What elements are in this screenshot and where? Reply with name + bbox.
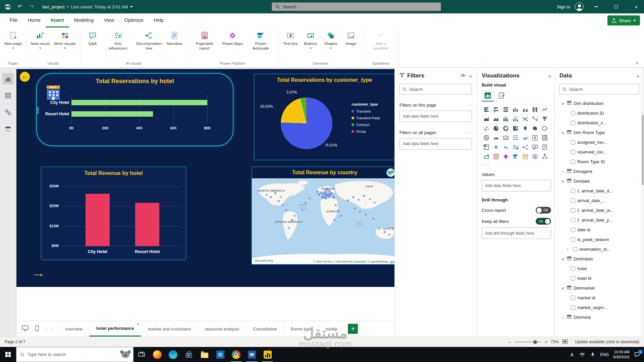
visual-icon-stacked-area[interactable] (491, 114, 501, 123)
new-page-button[interactable]: New page (2, 30, 24, 50)
checkbox[interactable] (571, 160, 575, 164)
visual-icon-line-stacked-column[interactable] (501, 114, 511, 123)
sign-in-link[interactable]: Sign in (557, 4, 570, 9)
page-tab-seasonal-analysis[interactable]: seasonal analysis (198, 321, 246, 337)
field-assigned-roo[interactable]: assigned_roo... (559, 137, 639, 147)
decomposition-tree-button[interactable]: Decomposition tree (133, 30, 164, 51)
visual-icon-map[interactable] (521, 124, 530, 133)
maximize-button[interactable] (608, 0, 624, 13)
visual-icon-pie[interactable] (491, 124, 501, 133)
visual-icon-waterfall[interactable] (530, 114, 540, 123)
page-tab-cancellation[interactable]: Cancellation (246, 321, 284, 337)
visual-icon-donut[interactable] (501, 124, 511, 133)
checkbox[interactable] (571, 218, 575, 222)
key-influencers-button[interactable]: Key influencers (103, 30, 133, 51)
share-button[interactable]: Share (607, 15, 640, 25)
checkbox[interactable] (571, 208, 575, 213)
filters-all-pages-dropzone[interactable]: Add data fields here (399, 138, 472, 149)
field-date-id[interactable]: date id (559, 225, 639, 235)
page-tab-rome-type[interactable]: Rome type (284, 321, 319, 337)
visual-icon-key-influencers[interactable] (511, 142, 520, 152)
store-icon[interactable] (181, 347, 197, 362)
field-arrival-date-w[interactable]: Σarrival_date_w... (559, 205, 639, 215)
prev-tab-icon[interactable]: ‹ (46, 325, 48, 332)
show-hidden-icons[interactable]: ∧ (569, 351, 575, 358)
visual-icon-treemap[interactable] (511, 124, 520, 133)
visual-icon-shape-map[interactable] (540, 124, 549, 133)
legend-item-contract[interactable]: Contract (352, 123, 394, 127)
search-input[interactable] (282, 4, 437, 9)
visual-icon-stacked-bar[interactable] (482, 105, 491, 114)
visual-icon-clustered-column[interactable] (521, 105, 530, 114)
field-distribution-id[interactable]: distribution ID (559, 108, 639, 118)
avatar[interactable] (575, 2, 584, 11)
more-options-icon[interactable]: ··· (467, 103, 472, 108)
visual-icon-gauge[interactable] (491, 133, 501, 142)
undo-icon[interactable]: ↶ (16, 3, 23, 10)
visual-icon-decomposition-tree[interactable] (521, 142, 530, 152)
new-visual-button[interactable]: New visual (29, 30, 52, 50)
data-search-input[interactable] (569, 87, 636, 92)
clock[interactable]: 10:09 AM9/30/2025 (613, 350, 630, 360)
field-hotel-id[interactable]: hotel id (559, 274, 639, 283)
format-tab[interactable] (496, 90, 508, 102)
language-indicator[interactable]: ENG (600, 352, 609, 357)
chrome-icon[interactable] (228, 347, 244, 362)
checkbox[interactable] (571, 121, 575, 125)
dax-view-icon[interactable] (2, 123, 14, 135)
visual-total-revenue-by-hotel[interactable]: Total Revenue by hotel $0M$10M$20M$30MCi… (41, 167, 186, 260)
visual-icon-narrative[interactable] (540, 142, 549, 152)
checkbox[interactable] (571, 189, 575, 193)
column-city-hotel[interactable] (86, 194, 110, 246)
report-canvas[interactable]: ← Total Reservations by hotel HOTEL hote… (16, 69, 409, 287)
save-icon[interactable] (4, 3, 11, 10)
visual-icon-line[interactable] (540, 105, 549, 114)
checkbox[interactable] (571, 237, 575, 242)
word-icon[interactable]: W (244, 347, 260, 362)
visual-icon-ribbon[interactable] (521, 114, 530, 123)
visual-icon-calendar[interactable] (521, 152, 530, 161)
visual-icon-power-apps[interactable] (501, 152, 511, 161)
scrollbar-thumb[interactable] (642, 115, 644, 185)
close-button[interactable]: × (629, 0, 644, 13)
keep-all-filters-toggle[interactable]: On (536, 218, 551, 225)
visual-icon-area[interactable] (482, 114, 491, 123)
project-title[interactable]: last_project • Last saved: Today at 3:01… (42, 4, 133, 9)
visual-icon-python[interactable]: Py (501, 142, 511, 152)
checkbox[interactable] (571, 305, 575, 310)
table-dimagent[interactable]: ›Dimagent (559, 167, 639, 176)
power-apps-button[interactable]: Power Apps (220, 30, 245, 47)
checkbox[interactable] (571, 111, 575, 115)
world-map[interactable]: NORTH AMERICASOUTH AMERICAEUROPEAFRICAAS… (252, 178, 397, 264)
data-search[interactable] (559, 84, 639, 95)
paginated-report-button[interactable]: Paginated report (189, 30, 220, 51)
checkbox[interactable] (573, 247, 577, 251)
pie-chart[interactable] (281, 98, 332, 149)
visual-icon-arcgis[interactable] (530, 152, 540, 161)
action-center-icon[interactable]: 1 (634, 352, 640, 357)
field-is-peak-season[interactable]: Is_peak_season (559, 235, 639, 244)
firefox-icon[interactable] (149, 347, 165, 362)
zoom-slider[interactable] (515, 342, 541, 343)
build-tab[interactable] (482, 90, 494, 102)
network-icon[interactable] (579, 353, 585, 357)
visual-total-revenue-by-country[interactable]: Total Revenue by country NORTH AMERICASO… (252, 167, 398, 264)
field-hotel[interactable]: hotel (559, 264, 639, 274)
minimize-button[interactable] (588, 0, 604, 13)
scrollbar[interactable] (641, 68, 644, 337)
filters-page-dropzone[interactable]: Add data fields here (399, 111, 472, 122)
chevron-right-icon[interactable]: › (566, 247, 570, 252)
visual-icon-line-clustered-column[interactable] (511, 114, 520, 123)
collapse-pane-icon[interactable]: » (548, 73, 551, 79)
chevron-down-icon[interactable]: ∨ (561, 130, 565, 135)
visual-total-reservations-by-hotel[interactable]: Total Reservations by hotel HOTEL hotel … (36, 73, 233, 146)
filters-search-input[interactable] (409, 87, 469, 92)
chevron-right-icon[interactable]: › (561, 169, 565, 174)
legend-item-transient-party[interactable]: Transient-Party (352, 116, 394, 120)
model-view-icon[interactable] (2, 107, 14, 118)
q-a-button[interactable]: Q&A (83, 30, 103, 47)
close-tab-icon[interactable]: × (137, 322, 139, 327)
table-view-icon[interactable] (2, 90, 14, 101)
chevron-down-icon[interactable]: ∨ (561, 179, 565, 184)
field-market-segm[interactable]: market_segm... (559, 303, 639, 312)
